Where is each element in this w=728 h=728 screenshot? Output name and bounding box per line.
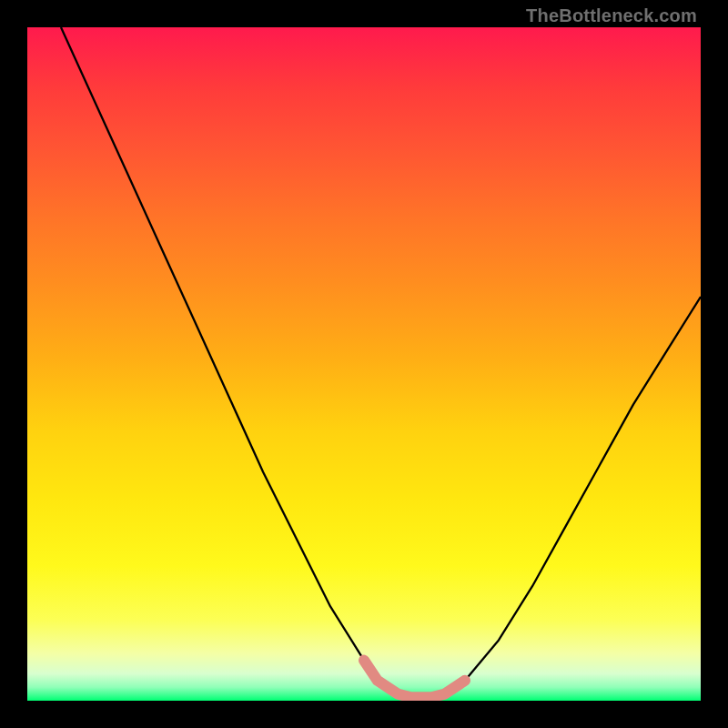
attribution-watermark: TheBottleneck.com [526,5,697,26]
chart-frame: TheBottleneck.com [0,0,728,728]
curve-layer [27,27,701,701]
optimal-range-highlight [364,661,465,698]
plot-area [27,27,701,701]
bottleneck-curve [61,27,701,697]
